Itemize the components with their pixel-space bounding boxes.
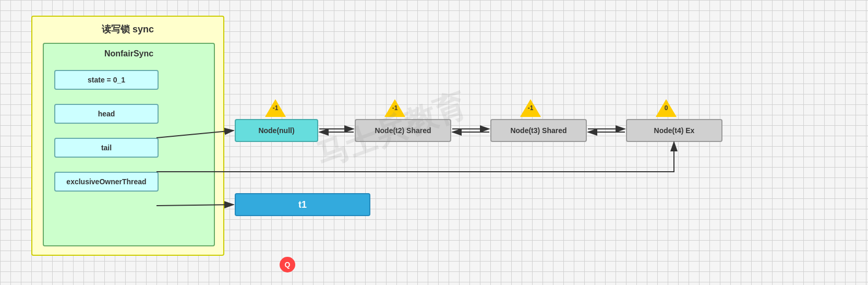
field-tail: tail [54, 138, 159, 158]
inner-nonfair-box: NonfairSync state = 0_1 head tail exclus… [43, 43, 215, 246]
badge-t3: -1 [520, 99, 541, 117]
field-head: head [54, 104, 159, 124]
bottom-icon: Q [280, 257, 295, 272]
node-t3: Node(t3) Shared [490, 119, 587, 142]
node-t4: Node(t4) Ex [626, 119, 722, 142]
badge-t2: -1 [384, 99, 405, 117]
node-t2: Node(t2) Shared [355, 119, 451, 142]
outer-box-title: 读写锁 sync [32, 17, 223, 40]
node-null: Node(null) [235, 119, 318, 142]
outer-sync-box: 读写锁 sync NonfairSync state = 0_1 head ta… [31, 16, 224, 256]
node-t1: t1 [235, 193, 370, 216]
badge-null: -1 [265, 99, 286, 117]
badge-t4: 0 [656, 99, 677, 117]
field-state: state = 0_1 [54, 70, 159, 90]
field-exclusive: exclusiveOwnerThread [54, 172, 159, 192]
inner-box-title: NonfairSync [44, 44, 214, 62]
